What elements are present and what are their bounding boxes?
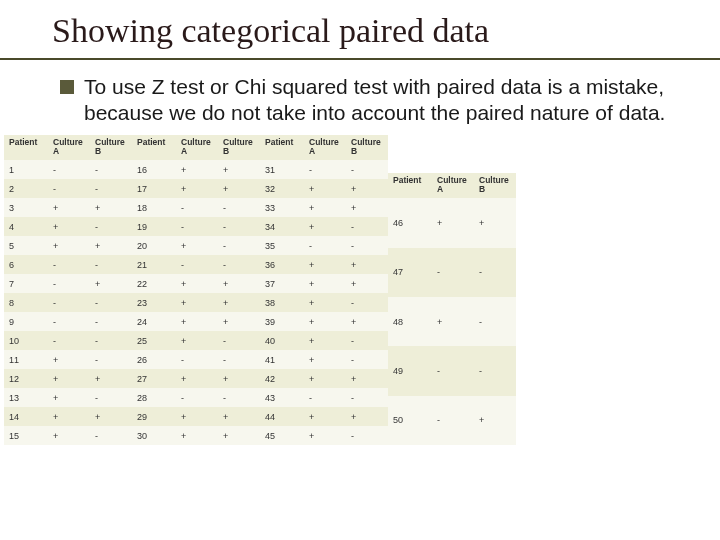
- cell-culture-b: -: [90, 293, 132, 312]
- cell-patient: 35: [260, 236, 304, 255]
- cell-culture-b: -: [346, 160, 388, 179]
- cell-culture-a: -: [304, 236, 346, 255]
- bullet-item: To use Z test or Chi squared test with p…: [0, 74, 720, 127]
- cell-culture-b: +: [218, 312, 260, 331]
- cell-culture-b: -: [346, 350, 388, 369]
- cell-culture-b: -: [218, 255, 260, 274]
- cell-culture-a: +: [304, 293, 346, 312]
- cell-culture-a: +: [48, 426, 90, 445]
- cell-patient: 7: [4, 274, 48, 293]
- header-patient: Patient: [132, 135, 176, 161]
- cell-patient: 47: [388, 248, 432, 297]
- title-underline: [0, 58, 720, 60]
- cell-culture-a: -: [48, 312, 90, 331]
- cell-culture-a: +: [432, 297, 474, 346]
- cell-culture-a: +: [176, 293, 218, 312]
- table-row: 13+-28--43--: [4, 388, 388, 407]
- cell-culture-a: +: [176, 274, 218, 293]
- cell-culture-a: -: [432, 396, 474, 445]
- cell-culture-a: -: [432, 346, 474, 395]
- table-row: 15+-30++45+-: [4, 426, 388, 445]
- cell-culture-a: +: [48, 388, 90, 407]
- cell-patient: 14: [4, 407, 48, 426]
- header-culture-b: Culture B: [218, 135, 260, 161]
- cell-patient: 4: [4, 217, 48, 236]
- table-row: 49--: [388, 346, 516, 395]
- cell-patient: 49: [388, 346, 432, 395]
- cell-patient: 34: [260, 217, 304, 236]
- cell-culture-b: +: [218, 274, 260, 293]
- cell-culture-b: -: [218, 198, 260, 217]
- cell-culture-b: +: [218, 369, 260, 388]
- cell-patient: 20: [132, 236, 176, 255]
- cell-patient: 13: [4, 388, 48, 407]
- cell-culture-b: -: [218, 331, 260, 350]
- cell-culture-b: -: [346, 236, 388, 255]
- cell-culture-a: -: [304, 160, 346, 179]
- cell-culture-a: +: [304, 369, 346, 388]
- cell-culture-b: -: [346, 293, 388, 312]
- cell-patient: 21: [132, 255, 176, 274]
- cell-culture-b: +: [346, 407, 388, 426]
- cell-culture-a: +: [432, 198, 474, 247]
- header-culture-a: Culture A: [176, 135, 218, 161]
- cell-culture-a: -: [176, 217, 218, 236]
- table-row: 7-+22++37++: [4, 274, 388, 293]
- data-table-side: Patient Culture A Culture B 46++47--48+-…: [388, 173, 516, 446]
- cell-culture-b: -: [474, 346, 516, 395]
- cell-patient: 10: [4, 331, 48, 350]
- cell-patient: 44: [260, 407, 304, 426]
- cell-patient: 30: [132, 426, 176, 445]
- cell-culture-a: +: [48, 407, 90, 426]
- cell-culture-b: -: [90, 350, 132, 369]
- cell-culture-b: -: [90, 426, 132, 445]
- cell-culture-a: +: [176, 179, 218, 198]
- cell-culture-b: +: [346, 274, 388, 293]
- cell-culture-b: +: [90, 407, 132, 426]
- cell-patient: 25: [132, 331, 176, 350]
- cell-culture-b: +: [90, 369, 132, 388]
- cell-culture-b: +: [474, 396, 516, 445]
- cell-culture-a: -: [48, 331, 90, 350]
- cell-culture-b: -: [90, 312, 132, 331]
- table-row: 2--17++32++: [4, 179, 388, 198]
- cell-patient: 28: [132, 388, 176, 407]
- header-culture-a: Culture A: [304, 135, 346, 161]
- cell-patient: 3: [4, 198, 48, 217]
- cell-patient: 41: [260, 350, 304, 369]
- square-bullet-icon: [60, 80, 74, 94]
- table-row: 10--25+-40+-: [4, 331, 388, 350]
- cell-culture-b: -: [218, 350, 260, 369]
- cell-culture-a: -: [176, 255, 218, 274]
- cell-culture-a: -: [176, 388, 218, 407]
- cell-culture-a: +: [176, 312, 218, 331]
- cell-culture-a: +: [176, 407, 218, 426]
- cell-culture-a: -: [176, 198, 218, 217]
- table-row: 5++20+-35--: [4, 236, 388, 255]
- cell-culture-a: +: [304, 350, 346, 369]
- cell-patient: 16: [132, 160, 176, 179]
- table-row: 48+-: [388, 297, 516, 346]
- cell-patient: 8: [4, 293, 48, 312]
- cell-culture-b: -: [474, 248, 516, 297]
- cell-culture-b: -: [90, 179, 132, 198]
- cell-patient: 22: [132, 274, 176, 293]
- table-row: 47--: [388, 248, 516, 297]
- cell-culture-b: +: [474, 198, 516, 247]
- cell-culture-a: +: [304, 255, 346, 274]
- cell-culture-b: -: [90, 388, 132, 407]
- cell-culture-a: -: [48, 160, 90, 179]
- cell-culture-b: +: [346, 312, 388, 331]
- cell-culture-b: +: [346, 369, 388, 388]
- cell-culture-b: -: [346, 331, 388, 350]
- cell-culture-a: +: [176, 369, 218, 388]
- header-culture-a: Culture A: [432, 173, 474, 199]
- cell-culture-b: -: [218, 236, 260, 255]
- cell-culture-b: +: [346, 198, 388, 217]
- header-culture-b: Culture B: [346, 135, 388, 161]
- cell-culture-b: -: [90, 331, 132, 350]
- cell-patient: 46: [388, 198, 432, 247]
- table-row: 12++27++42++: [4, 369, 388, 388]
- cell-culture-a: -: [48, 293, 90, 312]
- table-header-row: Patient Culture A Culture B Patient Cult…: [4, 135, 388, 161]
